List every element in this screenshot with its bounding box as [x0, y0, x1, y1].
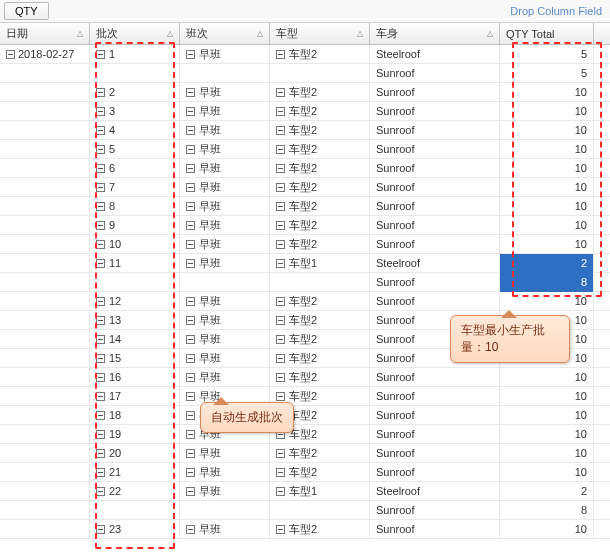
collapse-icon[interactable] — [96, 221, 105, 230]
table-row[interactable]: 23早班车型2Sunroof10 — [0, 520, 610, 539]
collapse-icon[interactable] — [186, 88, 195, 97]
collapse-icon[interactable] — [186, 411, 195, 420]
table-row[interactable]: 22早班车型1Steelroof2 — [0, 482, 610, 501]
table-row[interactable]: 18早班车型2Sunroof10 — [0, 406, 610, 425]
collapse-icon[interactable] — [186, 240, 195, 249]
header-date[interactable]: 日期△ — [0, 23, 90, 44]
collapse-icon[interactable] — [96, 354, 105, 363]
collapse-icon[interactable] — [276, 392, 285, 401]
collapse-icon[interactable] — [276, 202, 285, 211]
table-row[interactable]: 5早班车型2Sunroof10 — [0, 140, 610, 159]
collapse-icon[interactable] — [276, 88, 285, 97]
collapse-icon[interactable] — [96, 411, 105, 420]
collapse-icon[interactable] — [186, 221, 195, 230]
collapse-icon[interactable] — [186, 107, 195, 116]
collapse-icon[interactable] — [276, 468, 285, 477]
collapse-icon[interactable] — [276, 164, 285, 173]
table-row[interactable]: 8早班车型2Sunroof10 — [0, 197, 610, 216]
table-row[interactable]: 3早班车型2Sunroof10 — [0, 102, 610, 121]
table-row[interactable]: Sunroof8 — [0, 501, 610, 520]
collapse-icon[interactable] — [96, 259, 105, 268]
cell-qty: 10 — [500, 444, 594, 463]
table-row[interactable]: 20早班车型2Sunroof10 — [0, 444, 610, 463]
table-row[interactable]: 7早班车型2Sunroof10 — [0, 178, 610, 197]
collapse-icon[interactable] — [276, 354, 285, 363]
drop-column-hint[interactable]: Drop Column Field — [510, 5, 606, 17]
collapse-icon[interactable] — [96, 373, 105, 382]
collapse-icon[interactable] — [276, 487, 285, 496]
table-row[interactable]: 2018-02-271早班车型2Steelroof5 — [0, 45, 610, 64]
collapse-icon[interactable] — [276, 316, 285, 325]
qty-button[interactable]: QTY — [4, 2, 49, 20]
collapse-icon[interactable] — [186, 297, 195, 306]
collapse-icon[interactable] — [276, 145, 285, 154]
collapse-icon[interactable] — [276, 373, 285, 382]
header-cartype[interactable]: 车型△ — [270, 23, 370, 44]
collapse-icon[interactable] — [186, 525, 195, 534]
table-row[interactable]: 9早班车型2Sunroof10 — [0, 216, 610, 235]
header-body[interactable]: 车身△ — [370, 23, 500, 44]
collapse-icon[interactable] — [96, 468, 105, 477]
collapse-icon[interactable] — [186, 430, 195, 439]
collapse-icon[interactable] — [96, 487, 105, 496]
collapse-icon[interactable] — [96, 316, 105, 325]
collapse-icon[interactable] — [186, 335, 195, 344]
collapse-icon[interactable] — [96, 335, 105, 344]
collapse-icon[interactable] — [276, 221, 285, 230]
collapse-icon[interactable] — [96, 525, 105, 534]
collapse-icon[interactable] — [186, 354, 195, 363]
table-row[interactable]: 16早班车型2Sunroof10 — [0, 368, 610, 387]
collapse-icon[interactable] — [276, 50, 285, 59]
collapse-icon[interactable] — [276, 126, 285, 135]
collapse-icon[interactable] — [96, 430, 105, 439]
collapse-icon[interactable] — [96, 88, 105, 97]
collapse-icon[interactable] — [96, 240, 105, 249]
collapse-icon[interactable] — [96, 164, 105, 173]
collapse-icon[interactable] — [186, 487, 195, 496]
collapse-icon[interactable] — [276, 183, 285, 192]
table-row[interactable]: Sunroof8 — [0, 273, 610, 292]
collapse-icon[interactable] — [186, 50, 195, 59]
collapse-icon[interactable] — [6, 50, 15, 59]
collapse-icon[interactable] — [186, 449, 195, 458]
header-batch[interactable]: 批次△ — [90, 23, 180, 44]
collapse-icon[interactable] — [96, 297, 105, 306]
collapse-icon[interactable] — [276, 259, 285, 268]
table-row[interactable]: 6早班车型2Sunroof10 — [0, 159, 610, 178]
collapse-icon[interactable] — [96, 392, 105, 401]
collapse-icon[interactable] — [186, 145, 195, 154]
collapse-icon[interactable] — [276, 449, 285, 458]
table-row[interactable]: 17早班车型2Sunroof10 — [0, 387, 610, 406]
table-row[interactable]: 11早班车型1Steelroof2 — [0, 254, 610, 273]
collapse-icon[interactable] — [186, 183, 195, 192]
collapse-icon[interactable] — [276, 240, 285, 249]
table-row[interactable]: 12早班车型2Sunroof10 — [0, 292, 610, 311]
collapse-icon[interactable] — [96, 107, 105, 116]
collapse-icon[interactable] — [276, 297, 285, 306]
collapse-icon[interactable] — [276, 335, 285, 344]
collapse-icon[interactable] — [186, 373, 195, 382]
collapse-icon[interactable] — [186, 202, 195, 211]
collapse-icon[interactable] — [186, 316, 195, 325]
table-row[interactable]: Sunroof5 — [0, 64, 610, 83]
collapse-icon[interactable] — [96, 183, 105, 192]
collapse-icon[interactable] — [186, 468, 195, 477]
table-row[interactable]: 10早班车型2Sunroof10 — [0, 235, 610, 254]
collapse-icon[interactable] — [186, 259, 195, 268]
collapse-icon[interactable] — [96, 202, 105, 211]
collapse-icon[interactable] — [276, 107, 285, 116]
header-qty-total[interactable]: QTY Total — [500, 23, 594, 44]
table-row[interactable]: 21早班车型2Sunroof10 — [0, 463, 610, 482]
header-shift[interactable]: 班次△ — [180, 23, 270, 44]
collapse-icon[interactable] — [96, 449, 105, 458]
collapse-icon[interactable] — [186, 126, 195, 135]
collapse-icon[interactable] — [186, 164, 195, 173]
collapse-icon[interactable] — [276, 525, 285, 534]
table-row[interactable]: 4早班车型2Sunroof10 — [0, 121, 610, 140]
collapse-icon[interactable] — [96, 126, 105, 135]
collapse-icon[interactable] — [186, 392, 195, 401]
table-row[interactable]: 19早班车型2Sunroof10 — [0, 425, 610, 444]
table-row[interactable]: 2早班车型2Sunroof10 — [0, 83, 610, 102]
collapse-icon[interactable] — [96, 145, 105, 154]
collapse-icon[interactable] — [96, 50, 105, 59]
